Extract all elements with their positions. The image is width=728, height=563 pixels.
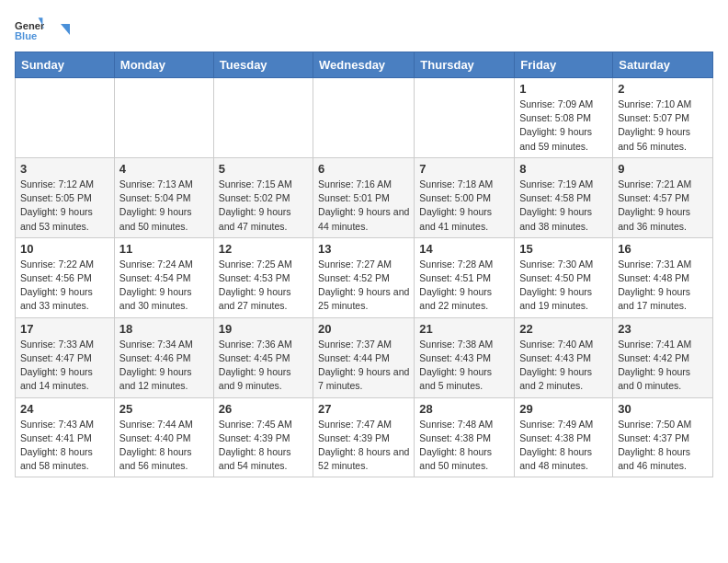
calendar-header-sunday: Sunday xyxy=(16,52,115,78)
calendar-cell: 15Sunrise: 7:30 AMSunset: 4:50 PMDayligh… xyxy=(515,237,613,317)
calendar-week-row: 17Sunrise: 7:33 AMSunset: 4:47 PMDayligh… xyxy=(16,317,713,397)
day-info: Sunrise: 7:33 AMSunset: 4:47 PMDaylight:… xyxy=(20,338,109,394)
calendar-header-tuesday: Tuesday xyxy=(213,52,313,78)
calendar-cell: 28Sunrise: 7:48 AMSunset: 4:38 PMDayligh… xyxy=(415,397,515,477)
day-info: Sunrise: 7:31 AMSunset: 4:48 PMDaylight:… xyxy=(618,258,708,314)
day-info: Sunrise: 7:36 AMSunset: 4:45 PMDaylight:… xyxy=(219,338,308,394)
calendar-table: SundayMondayTuesdayWednesdayThursdayFrid… xyxy=(15,52,713,477)
day-info: Sunrise: 7:44 AMSunset: 4:40 PMDaylight:… xyxy=(119,418,209,474)
day-number: 5 xyxy=(219,162,308,176)
day-number: 12 xyxy=(219,242,308,256)
day-info: Sunrise: 7:41 AMSunset: 4:42 PMDaylight:… xyxy=(618,338,708,394)
calendar-cell: 8Sunrise: 7:19 AMSunset: 4:58 PMDaylight… xyxy=(515,157,613,237)
day-info: Sunrise: 7:13 AMSunset: 5:04 PMDaylight:… xyxy=(119,178,209,234)
calendar-cell: 1Sunrise: 7:09 AMSunset: 5:08 PMDaylight… xyxy=(515,78,613,158)
day-info: Sunrise: 7:43 AMSunset: 4:41 PMDaylight:… xyxy=(20,418,109,474)
day-info: Sunrise: 7:49 AMSunset: 4:38 PMDaylight:… xyxy=(519,418,608,474)
calendar-header-row: SundayMondayTuesdayWednesdayThursdayFrid… xyxy=(16,52,713,78)
calendar-cell: 23Sunrise: 7:41 AMSunset: 4:42 PMDayligh… xyxy=(613,317,713,397)
day-info: Sunrise: 7:40 AMSunset: 4:43 PMDaylight:… xyxy=(519,338,608,394)
day-number: 11 xyxy=(119,242,209,256)
day-number: 20 xyxy=(318,322,409,336)
calendar-week-row: 1Sunrise: 7:09 AMSunset: 5:08 PMDaylight… xyxy=(16,78,713,158)
calendar-cell xyxy=(213,78,313,158)
day-number: 16 xyxy=(618,242,708,256)
day-number: 28 xyxy=(419,402,509,416)
calendar-cell: 29Sunrise: 7:49 AMSunset: 4:38 PMDayligh… xyxy=(515,397,613,477)
day-number: 21 xyxy=(419,322,509,336)
calendar-cell: 16Sunrise: 7:31 AMSunset: 4:48 PMDayligh… xyxy=(613,237,713,317)
svg-text:Blue: Blue xyxy=(15,30,37,41)
day-number: 14 xyxy=(419,242,509,256)
calendar-cell xyxy=(313,78,415,158)
day-number: 18 xyxy=(119,322,209,336)
day-info: Sunrise: 7:18 AMSunset: 5:00 PMDaylight:… xyxy=(419,178,509,234)
day-info: Sunrise: 7:09 AMSunset: 5:08 PMDaylight:… xyxy=(519,98,608,154)
calendar-cell: 7Sunrise: 7:18 AMSunset: 5:00 PMDaylight… xyxy=(415,157,515,237)
calendar-cell: 18Sunrise: 7:34 AMSunset: 4:46 PMDayligh… xyxy=(114,317,213,397)
day-number: 3 xyxy=(20,162,109,176)
calendar-cell: 5Sunrise: 7:15 AMSunset: 5:02 PMDaylight… xyxy=(213,157,313,237)
calendar-cell: 10Sunrise: 7:22 AMSunset: 4:56 PMDayligh… xyxy=(16,237,115,317)
calendar-cell: 30Sunrise: 7:50 AMSunset: 4:37 PMDayligh… xyxy=(613,397,713,477)
calendar-cell: 11Sunrise: 7:24 AMSunset: 4:54 PMDayligh… xyxy=(114,237,213,317)
svg-marker-3 xyxy=(61,24,70,35)
day-info: Sunrise: 7:48 AMSunset: 4:38 PMDaylight:… xyxy=(419,418,509,474)
header: General Blue xyxy=(15,15,713,44)
calendar-cell: 14Sunrise: 7:28 AMSunset: 4:51 PMDayligh… xyxy=(415,237,515,317)
day-info: Sunrise: 7:27 AMSunset: 4:52 PMDaylight:… xyxy=(318,258,409,314)
day-number: 7 xyxy=(419,162,509,176)
calendar-header-saturday: Saturday xyxy=(613,52,713,78)
day-number: 23 xyxy=(618,322,708,336)
calendar-header-monday: Monday xyxy=(114,52,213,78)
day-number: 29 xyxy=(519,402,608,416)
day-number: 15 xyxy=(519,242,608,256)
day-info: Sunrise: 7:16 AMSunset: 5:01 PMDaylight:… xyxy=(318,178,409,234)
day-number: 8 xyxy=(519,162,608,176)
day-number: 30 xyxy=(618,402,708,416)
day-info: Sunrise: 7:45 AMSunset: 4:39 PMDaylight:… xyxy=(219,418,308,474)
day-number: 6 xyxy=(318,162,409,176)
calendar-week-row: 24Sunrise: 7:43 AMSunset: 4:41 PMDayligh… xyxy=(16,397,713,477)
calendar-cell xyxy=(415,78,515,158)
day-info: Sunrise: 7:21 AMSunset: 4:57 PMDaylight:… xyxy=(618,178,708,234)
day-info: Sunrise: 7:19 AMSunset: 4:58 PMDaylight:… xyxy=(519,178,608,234)
calendar-cell: 17Sunrise: 7:33 AMSunset: 4:47 PMDayligh… xyxy=(16,317,115,397)
day-number: 10 xyxy=(20,242,109,256)
calendar-header-wednesday: Wednesday xyxy=(313,52,415,78)
day-number: 26 xyxy=(219,402,308,416)
day-info: Sunrise: 7:34 AMSunset: 4:46 PMDaylight:… xyxy=(119,338,209,394)
day-info: Sunrise: 7:25 AMSunset: 4:53 PMDaylight:… xyxy=(219,258,308,314)
day-info: Sunrise: 7:28 AMSunset: 4:51 PMDaylight:… xyxy=(419,258,509,314)
day-info: Sunrise: 7:12 AMSunset: 5:05 PMDaylight:… xyxy=(20,178,109,234)
calendar-cell: 21Sunrise: 7:38 AMSunset: 4:43 PMDayligh… xyxy=(415,317,515,397)
day-number: 24 xyxy=(20,402,109,416)
day-info: Sunrise: 7:30 AMSunset: 4:50 PMDaylight:… xyxy=(519,258,608,314)
day-number: 2 xyxy=(618,82,708,96)
day-info: Sunrise: 7:37 AMSunset: 4:44 PMDaylight:… xyxy=(318,338,409,394)
logo-wave-icon xyxy=(50,22,70,42)
calendar-cell: 6Sunrise: 7:16 AMSunset: 5:01 PMDaylight… xyxy=(313,157,415,237)
calendar-cell: 25Sunrise: 7:44 AMSunset: 4:40 PMDayligh… xyxy=(114,397,213,477)
calendar-cell xyxy=(114,78,213,158)
calendar-cell: 3Sunrise: 7:12 AMSunset: 5:05 PMDaylight… xyxy=(16,157,115,237)
logo: General Blue xyxy=(15,15,70,44)
day-number: 22 xyxy=(519,322,608,336)
calendar-week-row: 10Sunrise: 7:22 AMSunset: 4:56 PMDayligh… xyxy=(16,237,713,317)
calendar-cell: 26Sunrise: 7:45 AMSunset: 4:39 PMDayligh… xyxy=(213,397,313,477)
day-number: 17 xyxy=(20,322,109,336)
calendar-cell: 9Sunrise: 7:21 AMSunset: 4:57 PMDaylight… xyxy=(613,157,713,237)
day-info: Sunrise: 7:22 AMSunset: 4:56 PMDaylight:… xyxy=(20,258,109,314)
day-number: 25 xyxy=(119,402,209,416)
calendar-cell: 2Sunrise: 7:10 AMSunset: 5:07 PMDaylight… xyxy=(613,78,713,158)
svg-text:General: General xyxy=(15,20,44,31)
calendar-header-friday: Friday xyxy=(515,52,613,78)
day-number: 1 xyxy=(519,82,608,96)
calendar-header-thursday: Thursday xyxy=(415,52,515,78)
calendar-cell: 4Sunrise: 7:13 AMSunset: 5:04 PMDaylight… xyxy=(114,157,213,237)
day-number: 4 xyxy=(119,162,209,176)
day-number: 27 xyxy=(318,402,409,416)
calendar-cell: 19Sunrise: 7:36 AMSunset: 4:45 PMDayligh… xyxy=(213,317,313,397)
calendar-cell: 27Sunrise: 7:47 AMSunset: 4:39 PMDayligh… xyxy=(313,397,415,477)
calendar-cell: 22Sunrise: 7:40 AMSunset: 4:43 PMDayligh… xyxy=(515,317,613,397)
